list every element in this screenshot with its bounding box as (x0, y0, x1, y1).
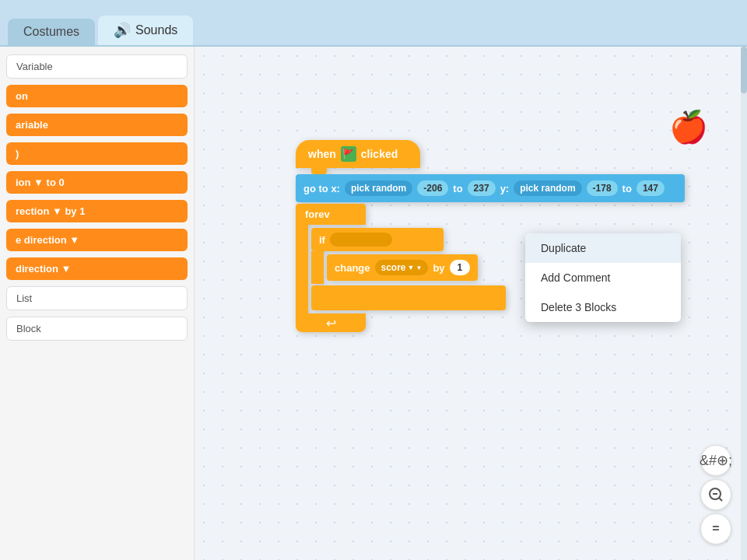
zoom-controls: &#⊕; = (700, 445, 731, 544)
pick-random-2: pick random (514, 180, 581, 196)
tab-bar: Costumes 🔊 Sounds (0, 0, 747, 47)
score-dropdown-arrow: ▼ (408, 264, 415, 271)
block-if[interactable]: if (311, 228, 444, 251)
to1-label: to (453, 183, 462, 194)
zoom-reset-button[interactable]: = (700, 513, 731, 544)
sidebar-block-hide[interactable]: direction ▼ (6, 257, 188, 280)
if-inner: change score ▼ by 1 (324, 251, 478, 284)
forever-label: forev (305, 208, 330, 220)
when-label: when (308, 148, 336, 160)
sidebar-block-variable[interactable]: Variable (6, 54, 188, 79)
forever-end: ↩ (296, 313, 366, 332)
sidebar-block-paren[interactable]: ) (6, 142, 188, 165)
block-change-score[interactable]: change score ▼ by 1 (327, 254, 478, 281)
pick-random-1: pick random (345, 180, 412, 196)
svg-line-6 (719, 498, 722, 501)
if-left-bar (311, 251, 324, 284)
score-dropdown[interactable]: score ▼ (375, 260, 429, 275)
zoom-in-button[interactable]: &#⊕; (700, 445, 731, 476)
zoom-out-button[interactable] (700, 479, 731, 510)
val-neg206: -206 (417, 180, 448, 196)
block-forever-header[interactable]: forev (296, 204, 366, 225)
canvas: 🍎 when 🚩 clicked go to x: pick random -2… (195, 47, 747, 560)
block-goto[interactable]: go to x: pick random -206 to 237 y: pick… (296, 174, 685, 202)
sounds-icon: 🔊 (114, 22, 131, 39)
sounds-label: Sounds (135, 23, 177, 37)
val-237: 237 (468, 180, 496, 196)
val-neg178: -178 (587, 180, 618, 196)
canvas-scrollbar-thumb[interactable] (741, 47, 747, 93)
block-when-flag[interactable]: when 🚩 clicked (296, 140, 420, 168)
y-label: y: (500, 183, 510, 194)
canvas-scrollbar[interactable] (741, 47, 747, 560)
change-label: change (335, 262, 370, 274)
if-end-block (311, 285, 506, 310)
sidebar: Variable on ariable ) ion ▼ to 0 rection… (0, 47, 195, 560)
zoom-reset-icon: = (712, 522, 719, 536)
sidebar-block-change-by[interactable]: rection ▼ by 1 (6, 200, 188, 222)
costumes-label: Costumes (23, 25, 79, 39)
main-content: Variable on ariable ) ion ▼ to 0 rection… (0, 47, 747, 560)
clicked-label: clicked (361, 148, 398, 160)
if-condition-slot (330, 233, 392, 247)
sidebar-block-my-block[interactable]: Block (6, 317, 188, 341)
flag-icon: 🚩 (341, 146, 356, 162)
context-menu-delete-blocks[interactable]: Delete 3 Blocks (525, 292, 681, 322)
sidebar-block-show[interactable]: e direction ▼ (6, 229, 188, 251)
goto-label: go to x: (303, 183, 340, 194)
val-147: 147 (637, 180, 665, 196)
sidebar-block-set-to[interactable]: ion ▼ to 0 (6, 171, 188, 194)
sidebar-block-list[interactable]: List (6, 286, 188, 310)
context-menu-add-comment[interactable]: Add Comment (525, 263, 681, 292)
sidebar-block-on[interactable]: on (6, 85, 188, 107)
context-menu: Duplicate Add Comment Delete 3 Blocks (525, 233, 681, 322)
by-label: by (433, 262, 444, 274)
tab-costumes[interactable]: Costumes (8, 19, 95, 45)
if-label: if (319, 234, 325, 246)
zoom-in-icon: &#⊕; (700, 452, 732, 469)
forever-left-bar (296, 225, 308, 313)
val-1: 1 (450, 260, 471, 275)
forever-end-icon: ↩ (326, 316, 336, 331)
sidebar-block-variable2[interactable]: ariable (6, 114, 188, 136)
context-menu-duplicate[interactable]: Duplicate (525, 233, 681, 263)
zoom-out-svg (708, 487, 724, 502)
tab-sounds[interactable]: 🔊 Sounds (98, 16, 193, 45)
to2-label: to (622, 183, 632, 194)
